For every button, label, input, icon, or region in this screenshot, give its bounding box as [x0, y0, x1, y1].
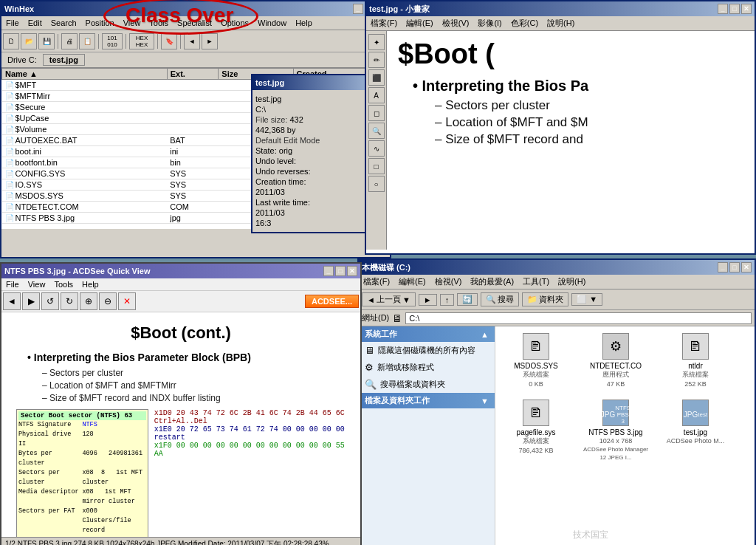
acdsee-delete[interactable]: ✕: [118, 292, 136, 310]
acdsee-menu-tools[interactable]: Tools: [49, 279, 78, 289]
disk-menu-fav[interactable]: 我的最愛(A): [466, 275, 518, 288]
col-ext[interactable]: Ext.: [167, 69, 219, 80]
testjpg-disk-name: test.jpgACDSee Photo M...: [667, 428, 725, 445]
file-name-cell: 📄MSDOS.SYS: [2, 191, 168, 202]
acdsee-rotate-left[interactable]: ↺: [41, 292, 59, 310]
iv-menu-color[interactable]: 色彩(C): [506, 17, 543, 30]
print-btn[interactable]: 🖨: [61, 33, 78, 49]
image-viewer-title: test.jpg - 小畫家: [369, 4, 430, 15]
acdsee-menu-help[interactable]: Help: [78, 279, 103, 289]
tool-select[interactable]: ✦: [368, 34, 385, 50]
menu-help[interactable]: Help: [291, 18, 317, 28]
iv-menu-help[interactable]: 說明(H): [543, 17, 579, 30]
copy-btn[interactable]: 📋: [79, 33, 95, 49]
disk-back-btn[interactable]: ◄ 上一頁 ▼: [362, 292, 416, 306]
disk-file-testjpg[interactable]: JPGtest test.jpgACDSee Photo M...: [659, 397, 732, 464]
acdsee-nav-prev[interactable]: ◄: [3, 292, 21, 310]
nav-fwd[interactable]: ►: [202, 33, 218, 49]
disk-buttons: _ □ ✕: [718, 262, 752, 272]
disk-search-btn[interactable]: 🔍 搜尋: [481, 292, 519, 306]
sidebar-system-tasks[interactable]: 系統工作 ▲: [359, 326, 495, 342]
disk-address-input[interactable]: C:\: [405, 312, 752, 324]
acdsee-rotate-right[interactable]: ↻: [61, 292, 78, 310]
tool-ellipse[interactable]: ○: [368, 176, 385, 192]
sidebar-addremove-item[interactable]: ⚙ 新增或移除程式: [359, 359, 495, 376]
save-btn[interactable]: 💾: [38, 33, 55, 49]
tool-curve[interactable]: ∿: [368, 140, 385, 157]
sep2: [98, 34, 99, 49]
acdsee-close[interactable]: ✕: [347, 266, 357, 276]
acdsee-title: NTFS PBS 3.jpg - ACDSee Quick View: [4, 267, 150, 275]
s-physdrive-label: Physical drive II: [18, 430, 82, 449]
disk-menu-tools[interactable]: 工具(T): [518, 275, 554, 288]
mark-btn[interactable]: 🔖: [161, 33, 177, 49]
acdsee-minimize[interactable]: _: [323, 266, 334, 276]
disk-menu-edit[interactable]: 編輯(E): [394, 275, 430, 288]
disk-menu-help[interactable]: 說明(H): [554, 275, 590, 288]
menu-file[interactable]: File: [1, 18, 24, 28]
disk-menu-view[interactable]: 檢視(V): [430, 275, 467, 288]
hex-btn[interactable]: 101010: [102, 33, 123, 49]
testjpg-path-row: C:\: [255, 105, 376, 114]
minimize-btn[interactable]: _: [353, 4, 363, 14]
disk-menu-file[interactable]: 檔案(F): [359, 275, 394, 288]
iv-maximize[interactable]: □: [729, 4, 740, 14]
disk-folder-btn[interactable]: 📁 資料夾: [522, 292, 568, 306]
menu-edit[interactable]: Edit: [24, 18, 47, 28]
iv-menu-edit[interactable]: 編輯(E): [402, 17, 438, 30]
disk-file-msdos[interactable]: 🖹 MSDOS.SYS系統檔案0 KB: [499, 330, 573, 391]
sector-title: Sector Boot sector (NTFS) 63: [18, 411, 146, 420]
sidebar-search-item[interactable]: 🔍 搜尋檔案或資料夾: [359, 376, 495, 393]
hex2-btn[interactable]: HEXHEX: [129, 33, 154, 49]
image-viewer-buttons: _ □ ✕: [718, 4, 752, 14]
tool-text[interactable]: A: [368, 87, 385, 103]
disk-fwd-btn[interactable]: ►: [419, 294, 437, 306]
menu-position[interactable]: Position: [81, 18, 119, 28]
acdsee-zoom-out[interactable]: ⊖: [99, 292, 117, 310]
tool-eraser[interactable]: ◻: [368, 105, 385, 121]
disk-refresh-btn[interactable]: 🔄: [457, 293, 478, 306]
iv-menu-view[interactable]: 檢視(V): [438, 17, 474, 30]
disk-maximize[interactable]: □: [729, 262, 740, 272]
testjpg-undo: Undo level:: [255, 157, 296, 165]
sidebar-hide-item[interactable]: 🖥 隱藏這個磁碟機的所有內容: [359, 342, 495, 359]
file-ext-cell: jpg: [167, 213, 219, 224]
file-tab[interactable]: test.jpg: [43, 54, 85, 66]
iv-close[interactable]: ✕: [741, 4, 752, 14]
tool-zoom[interactable]: 🔍: [368, 123, 385, 139]
disk-close[interactable]: ✕: [741, 262, 752, 272]
menu-window[interactable]: Window: [253, 18, 291, 28]
nav-back[interactable]: ◄: [184, 33, 200, 49]
acdsee-menu-view[interactable]: View: [24, 279, 50, 289]
tool-rect[interactable]: □: [368, 158, 385, 174]
acdsee-menu-file[interactable]: File: [1, 279, 24, 289]
tool-fill[interactable]: ⬛: [368, 69, 385, 86]
disk-minimize[interactable]: _: [718, 262, 728, 272]
iv-menu-file[interactable]: 檔案(F): [366, 17, 402, 30]
acdsee-play[interactable]: ▶: [22, 292, 40, 310]
acdsee-zoom-in[interactable]: ⊕: [80, 292, 97, 310]
iv-menu-image[interactable]: 影像(I): [473, 17, 506, 30]
new-btn[interactable]: 🗋: [3, 33, 19, 49]
disk-up-btn[interactable]: ↑: [440, 294, 455, 306]
file-name-cell: 📄NTDETECT.COM: [2, 202, 168, 213]
disk-views-btn[interactable]: ⬜ ▼: [571, 293, 602, 306]
iv-minimize[interactable]: _: [718, 4, 728, 14]
disk-file-pagefile[interactable]: 🖹 pagefile.sys系統檔案786,432 KB: [499, 397, 573, 464]
open-btn[interactable]: 📂: [21, 33, 37, 49]
file-ext-cell: [167, 124, 219, 135]
disk-file-ntldr[interactable]: 🖹 ntldr系統檔案252 KB: [659, 330, 732, 391]
disk-file-ntdetect[interactable]: ⚙ NTDETECT.CO應用程式47 KB: [579, 330, 653, 391]
acdsee-menubar: File View Tools Help: [1, 278, 360, 291]
acdsee-full-btn[interactable]: ACDSEE...: [305, 295, 359, 308]
testjpg-editmode-val: State: orig: [255, 146, 292, 155]
disk-file-ntfspbs[interactable]: JPGNTFS PBS 3 NTFS PBS 3.jpg1024 x 768AC…: [579, 397, 653, 464]
tool-pencil[interactable]: ✏: [368, 52, 385, 68]
menu-search[interactable]: Search: [47, 18, 81, 28]
acdsee-maximize[interactable]: □: [335, 266, 346, 276]
s-spt-val: x03F 63 Clusters/index block: [82, 535, 145, 537]
file-name-cell: 📄boot.ini: [2, 146, 168, 157]
file-name-cell: 📄CONFIG.SYS: [2, 168, 168, 179]
sidebar-file-tasks[interactable]: 檔案及資料夾工作 ▼: [359, 393, 495, 408]
col-name[interactable]: Name ▲: [2, 69, 168, 80]
